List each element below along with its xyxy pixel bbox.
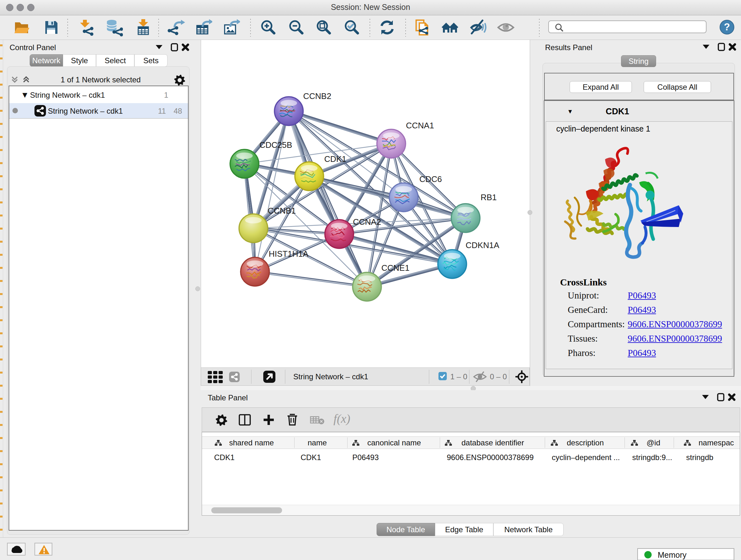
svg-text:?: ? <box>724 21 730 33</box>
svg-text:CDKN1A: CDKN1A <box>466 240 499 250</box>
svg-text:CDC25B: CDC25B <box>259 140 292 150</box>
svg-text:CCNE1: CCNE1 <box>381 263 409 273</box>
svg-text:CDC6: CDC6 <box>419 174 442 184</box>
svg-text:CCNB1: CCNB1 <box>268 206 296 215</box>
svg-text:CDK1: CDK1 <box>324 154 346 164</box>
svg-text:HIST1H1A: HIST1H1A <box>269 249 309 259</box>
svg-text:CCNB2: CCNB2 <box>303 91 331 101</box>
svg-text:CCNA2: CCNA2 <box>353 217 381 227</box>
svg-text:RB1: RB1 <box>481 192 497 202</box>
svg-text:CCNA1: CCNA1 <box>406 121 434 130</box>
